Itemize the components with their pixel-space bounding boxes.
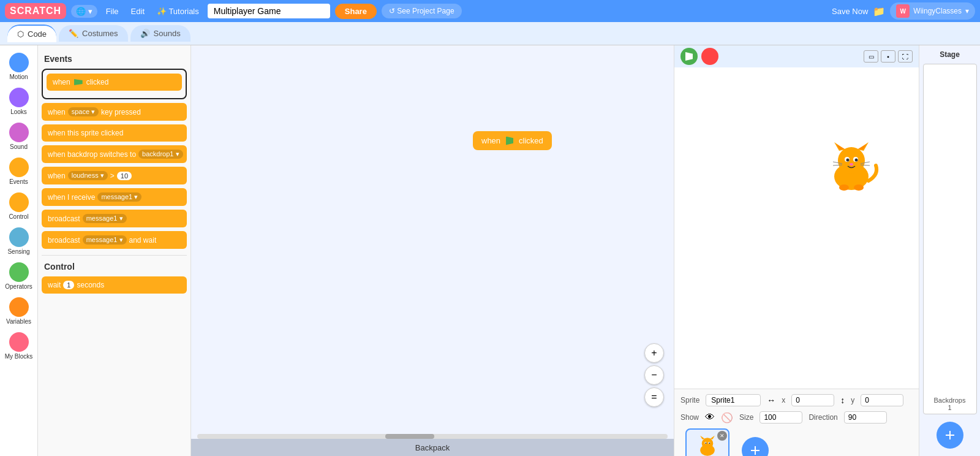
sidebar-label-events: Events — [9, 178, 28, 185]
zoom-in-button[interactable]: + — [644, 343, 664, 363]
stage-small-button[interactable]: ▭ — [864, 50, 878, 63]
loudness-dropdown[interactable]: loudness ▾ — [68, 171, 108, 180]
share-button[interactable]: Share — [335, 4, 377, 19]
show-label: Show — [680, 413, 699, 422]
add-sprite-area — [733, 428, 777, 456]
horizontal-scrollbar[interactable] — [197, 434, 668, 439]
myblocks-dot — [9, 332, 29, 352]
sprite-name-input[interactable] — [706, 394, 761, 406]
backdrop-dropdown[interactable]: backdrop1 ▾ — [138, 150, 183, 159]
sidebar-item-sensing[interactable]: Sensing — [0, 225, 37, 257]
svg-marker-19 — [700, 435, 705, 439]
tab-sounds[interactable]: 🔊 Sounds — [130, 25, 190, 42]
save-now-button[interactable]: Save Now — [832, 7, 868, 16]
broadcast-block[interactable]: broadcast message1 ▾ — [42, 210, 187, 227]
add-backdrop-section — [937, 419, 963, 451]
sidebar-item-operators[interactable]: Operators — [0, 260, 37, 292]
stage-full-button[interactable]: ⛶ — [898, 50, 913, 63]
sprite-thumb-sprite1[interactable]: ✕ Sprite1 — [685, 428, 729, 456]
backdrops-count: 1 — [948, 404, 951, 411]
code-icon: ⬡ — [17, 29, 24, 39]
when-flag-clicked-block[interactable]: when clicked — [47, 74, 182, 91]
when-sprite-clicked-block[interactable]: when this sprite clicked — [42, 124, 187, 142]
sidebar-item-sound[interactable]: Sound — [0, 120, 37, 153]
when-receive-block[interactable]: when I receive message1 ▾ — [42, 188, 187, 206]
y-label: y — [851, 396, 854, 405]
chevron-down-icon: ▾ — [965, 7, 969, 15]
svg-point-16 — [854, 184, 864, 191]
edit-menu-button[interactable]: Edit — [127, 4, 148, 18]
direction-value-input[interactable] — [844, 411, 887, 424]
folder-button[interactable]: 📁 — [873, 6, 885, 17]
control-dot — [9, 192, 29, 212]
sidebar: Motion Looks Sound Events Control Sensin… — [0, 45, 38, 456]
blocks-panel: Events when clicked when space ▾ key pre… — [38, 45, 191, 456]
events-section-header: Events — [44, 54, 187, 64]
add-backdrop-button[interactable] — [937, 422, 963, 449]
user-badge[interactable]: W WiingyClasses ▾ — [890, 2, 975, 20]
right-section: Stage Backdrops 1 — [919, 45, 980, 456]
key-dropdown[interactable]: space ▾ — [68, 107, 99, 116]
flag-icon — [685, 52, 693, 61]
sprite-delete-button[interactable]: ✕ — [717, 431, 727, 441]
x-value-input[interactable] — [791, 394, 834, 406]
sidebar-label-control: Control — [9, 213, 28, 220]
stage-controls: ▭ ▪ ⛶ — [674, 45, 919, 67]
svg-point-23 — [705, 443, 706, 444]
code-area[interactable]: when clicked + − = Backpack — [191, 45, 674, 456]
tutorials-button[interactable]: ✨ Tutorials — [153, 4, 203, 18]
add-sprite-button[interactable] — [742, 437, 769, 456]
stage-canvas — [674, 67, 919, 389]
svg-point-24 — [709, 443, 710, 444]
backpack-bar[interactable]: Backpack — [191, 439, 674, 456]
size-value-input[interactable] — [760, 411, 802, 424]
sidebar-label-looks: Looks — [10, 108, 27, 115]
stage-medium-button[interactable]: ▪ — [881, 50, 895, 63]
tab-costumes[interactable]: ✏️ Costumes — [59, 25, 128, 42]
zoom-reset-button[interactable]: = — [644, 387, 664, 407]
wait-value[interactable]: 1 — [63, 281, 74, 289]
costumes-icon: ✏️ — [69, 29, 78, 38]
green-flag-button[interactable] — [680, 48, 698, 65]
receive-dropdown[interactable]: message1 ▾ — [97, 192, 141, 202]
sidebar-item-control[interactable]: Control — [0, 190, 37, 222]
broadcast-wait-dropdown[interactable]: message1 ▾ — [83, 235, 127, 245]
loudness-value[interactable]: 10 — [117, 172, 132, 180]
file-menu-button[interactable]: File — [102, 4, 123, 18]
sidebar-item-looks[interactable]: Looks — [0, 85, 37, 118]
globe-button[interactable]: 🌐 ▾ — [71, 5, 97, 18]
sidebar-label-motion: Motion — [9, 74, 28, 80]
add-backdrop-icon — [944, 429, 956, 441]
broadcast-dropdown[interactable]: message1 ▾ — [83, 214, 127, 223]
svg-point-9 — [855, 159, 858, 162]
updown-icon: ↕ — [840, 395, 845, 405]
stop-button[interactable] — [701, 48, 718, 65]
scratch-logo[interactable]: SCRATCH — [5, 3, 66, 19]
zoom-out-button[interactable]: − — [644, 365, 664, 385]
sidebar-item-myblocks[interactable]: My Blocks — [0, 330, 37, 362]
eye-visible-button[interactable]: 👁 — [705, 412, 715, 423]
sidebar-item-variables[interactable]: Variables — [0, 295, 37, 327]
zoom-controls: + − = — [644, 343, 664, 407]
y-value-input[interactable] — [861, 394, 903, 406]
stage-panel: ▭ ▪ ⛶ — [674, 45, 919, 456]
stage-button-group — [680, 48, 718, 65]
broadcast-wait-block[interactable]: broadcast message1 ▾ and wait — [42, 231, 187, 249]
sound-dot — [9, 123, 29, 142]
canvas-when-flag-clicked[interactable]: when clicked — [473, 131, 552, 150]
when-key-pressed-block[interactable]: when space ▾ key pressed — [42, 103, 187, 121]
svg-point-1 — [838, 147, 865, 174]
eye-hidden-button[interactable]: 🚫 — [721, 412, 733, 424]
wait-block[interactable]: wait 1 seconds — [42, 276, 187, 294]
sidebar-item-motion[interactable]: Motion — [0, 50, 37, 83]
when-backdrop-switches-block[interactable]: when backdrop switches to backdrop1 ▾ — [42, 145, 187, 163]
tab-code[interactable]: ⬡ Code — [7, 25, 56, 42]
looks-dot — [9, 88, 29, 107]
when-loudness-block[interactable]: when loudness ▾ > 10 — [42, 167, 187, 184]
see-project-button[interactable]: ↺ See Project Page — [382, 4, 462, 18]
sidebar-label-sensing: Sensing — [7, 248, 29, 255]
user-name: WiingyClasses — [913, 7, 962, 15]
events-dot — [9, 158, 29, 177]
project-name-input[interactable] — [208, 4, 330, 18]
sidebar-item-events[interactable]: Events — [0, 155, 37, 188]
